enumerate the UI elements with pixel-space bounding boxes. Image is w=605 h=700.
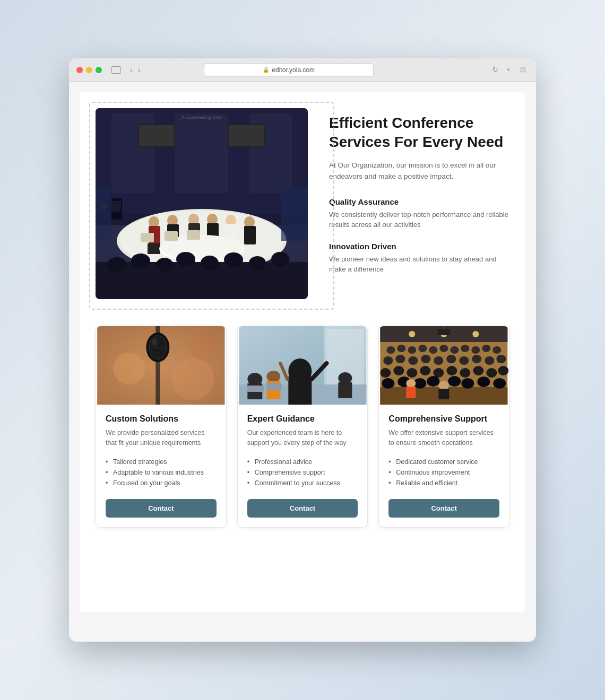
svg-point-86	[397, 345, 406, 352]
svg-point-101	[447, 355, 456, 363]
svg-point-79	[473, 331, 479, 337]
card-image-presentation	[238, 326, 368, 405]
svg-rect-31	[165, 231, 178, 241]
tab-switcher-icon[interactable]	[111, 66, 121, 74]
svg-rect-27	[244, 226, 256, 244]
svg-point-96	[384, 356, 393, 365]
browser-actions: ↻ + ⊡	[492, 66, 529, 74]
close-button[interactable]	[76, 67, 83, 73]
nav-arrows: ‹ ›	[128, 65, 142, 75]
svg-point-51	[190, 334, 217, 361]
card-expert-guidance: Expert Guidance Our experienced team is …	[237, 326, 368, 528]
contact-button-expert[interactable]: Contact	[247, 499, 358, 518]
url-text: editor.yola.com	[272, 66, 315, 74]
list-item: Dedicated customer service	[388, 457, 499, 467]
svg-point-77	[409, 331, 416, 337]
svg-rect-32	[187, 230, 200, 240]
svg-point-40	[249, 256, 266, 270]
svg-point-120	[448, 376, 461, 387]
feature-block-innovation: Innovation Driven We pioneer new ideas a…	[329, 242, 509, 275]
svg-point-112	[460, 368, 471, 378]
svg-point-50	[113, 353, 145, 384]
contact-button-support[interactable]: Contact	[388, 499, 499, 518]
svg-rect-14	[148, 243, 154, 254]
svg-text:Annual Meeting 2019: Annual Meeting 2019	[182, 115, 222, 120]
svg-point-37	[176, 252, 195, 267]
svg-point-121	[462, 378, 474, 389]
feature-quality-desc: We consistently deliver top-notch perfor…	[329, 209, 509, 230]
svg-point-90	[440, 345, 448, 352]
list-item: Continuous improvement	[388, 467, 499, 478]
list-item: Adaptable to various industries	[106, 467, 217, 478]
forward-arrow[interactable]: ›	[136, 65, 142, 75]
cards-section: Custom Solutions We provide personalized…	[96, 326, 509, 528]
add-tab-icon[interactable]: +	[506, 66, 515, 74]
hero-text: Efficient Conference Services For Every …	[329, 108, 509, 286]
hero-description: At Our Organization, our mission is to e…	[329, 160, 509, 182]
card-title-custom: Custom Solutions	[106, 414, 217, 424]
svg-point-36	[156, 258, 173, 272]
card-desc-expert: Our experienced team is here to support …	[247, 428, 358, 448]
feature-block-quality: Quality Assurance We consistently delive…	[329, 197, 509, 230]
card-body-support: Comprehensive Support We offer extensive…	[379, 405, 509, 527]
svg-point-71	[338, 372, 352, 384]
card-body-expert: Expert Guidance Our experienced team is …	[238, 405, 368, 527]
presentation-svg	[238, 326, 368, 405]
svg-point-105	[497, 355, 506, 363]
hero-image-container: Annual Meeting 2019	[96, 108, 308, 299]
card-title-expert: Expert Guidance	[247, 414, 358, 424]
svg-point-39	[224, 252, 243, 267]
minimize-button[interactable]	[86, 67, 92, 73]
svg-point-41	[271, 252, 289, 267]
browser-chrome: ‹ › 🔒 editor.yola.com ↻ + ⊡	[69, 58, 536, 82]
card-image-microphone	[96, 326, 226, 405]
svg-rect-3	[175, 113, 228, 193]
svg-point-68	[266, 371, 280, 382]
svg-point-34	[107, 257, 126, 272]
extensions-icon[interactable]: ⊡	[520, 66, 529, 74]
bullet-list-custom: Tailored strategies Adaptable to various…	[106, 457, 217, 488]
svg-point-102	[460, 356, 469, 365]
svg-point-58	[152, 338, 157, 346]
svg-point-97	[396, 355, 405, 363]
bullet-list-support: Dedicated customer service Continuous im…	[388, 457, 499, 488]
svg-point-103	[472, 355, 482, 363]
hero-section: Annual Meeting 2019	[96, 108, 509, 299]
back-arrow[interactable]: ‹	[128, 65, 134, 75]
svg-point-122	[478, 377, 490, 387]
svg-point-113	[473, 366, 484, 375]
hero-image: Annual Meeting 2019	[96, 108, 308, 299]
svg-point-85	[387, 346, 395, 354]
page-content: Annual Meeting 2019	[80, 92, 525, 612]
svg-point-91	[451, 346, 459, 354]
list-item: Comprehensive support	[247, 467, 358, 478]
lock-icon: 🔒	[263, 67, 269, 73]
svg-point-94	[482, 345, 491, 352]
share-icon[interactable]: ↻	[492, 66, 501, 74]
svg-point-116	[382, 378, 395, 389]
svg-point-123	[494, 378, 506, 389]
svg-rect-125	[407, 387, 416, 398]
contact-button-custom[interactable]: Contact	[106, 499, 217, 518]
feature-innovation-title: Innovation Driven	[329, 242, 509, 251]
traffic-lights	[76, 67, 102, 73]
svg-point-108	[407, 368, 418, 378]
maximize-button[interactable]	[96, 67, 102, 73]
card-custom-solutions: Custom Solutions We provide personalized…	[96, 326, 227, 528]
conference-image-svg: Annual Meeting 2019	[96, 108, 308, 299]
svg-point-88	[419, 345, 427, 352]
svg-rect-72	[338, 382, 352, 398]
svg-point-92	[461, 345, 470, 352]
svg-point-114	[487, 368, 497, 378]
svg-point-99	[421, 355, 431, 363]
audience-svg	[379, 326, 509, 405]
svg-rect-46	[96, 188, 111, 241]
microphone-svg	[96, 326, 226, 405]
card-title-support: Comprehensive Support	[388, 414, 499, 424]
hero-title: Efficient Conference Services For Every …	[329, 113, 509, 152]
svg-point-93	[472, 346, 480, 354]
svg-point-106	[381, 368, 391, 378]
svg-rect-6	[139, 125, 174, 146]
svg-point-119	[427, 376, 440, 387]
address-bar[interactable]: 🔒 editor.yola.com	[204, 63, 374, 77]
